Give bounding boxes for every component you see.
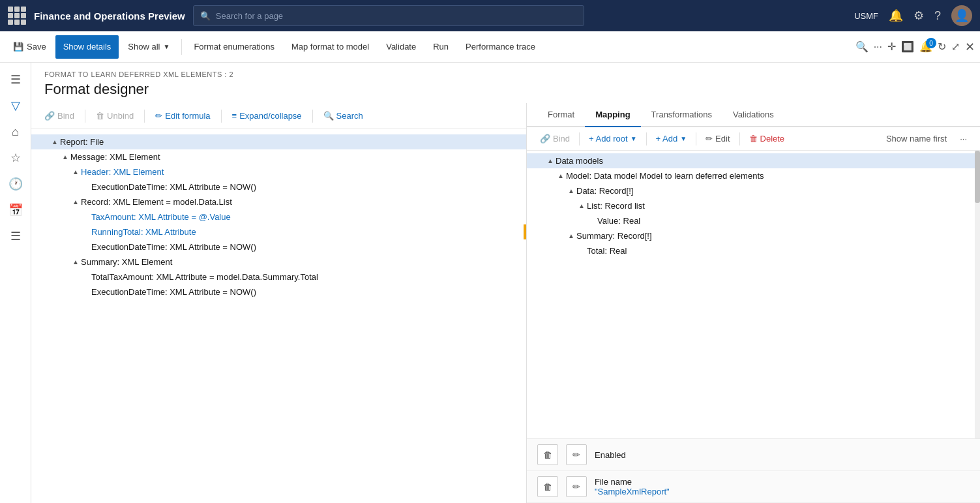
tab-format[interactable]: Format bbox=[537, 103, 585, 127]
mapping-tree-item[interactable]: ▲ List: Record list bbox=[527, 198, 980, 213]
properties-area: 🗑 ✏ Enabled 🗑 ✏ File name "SampleXmlRepo… bbox=[527, 438, 980, 503]
tree-label: RunningTotal: XML Attribute bbox=[91, 227, 526, 237]
mapping-scrollbar[interactable] bbox=[975, 151, 980, 438]
tree-item[interactable]: ▲ Summary: XML Element bbox=[31, 254, 526, 269]
tree-item[interactable]: ▲ Message: XML Element bbox=[31, 149, 526, 164]
global-search-input[interactable] bbox=[216, 11, 577, 21]
edit-mapping-button[interactable]: ✏ Edit bbox=[700, 131, 735, 146]
mapping-tree-item[interactable]: ▲ Summary: Record[!] bbox=[527, 228, 980, 243]
tree-label: Report: File bbox=[60, 137, 526, 147]
add-button[interactable]: + Add ▼ bbox=[651, 131, 692, 146]
sidebar-star-icon[interactable]: ☆ bbox=[4, 146, 27, 170]
tree-label: Summary: XML Element bbox=[81, 257, 526, 267]
tree-toggle[interactable]: ▲ bbox=[545, 157, 556, 164]
prop-edit-btn-1[interactable]: ✏ bbox=[566, 444, 587, 465]
sidebar-filter-icon[interactable]: ▽ bbox=[4, 94, 27, 117]
prop-delete-btn-1[interactable]: 🗑 bbox=[537, 444, 558, 465]
search-button[interactable]: 🔍 Search bbox=[318, 108, 368, 123]
sidebar-list-icon[interactable]: ☰ bbox=[4, 224, 27, 248]
prop-edit-btn-2[interactable]: ✏ bbox=[566, 476, 587, 497]
validate-button[interactable]: Validate bbox=[378, 35, 424, 59]
tree-toggle[interactable]: ▲ bbox=[70, 198, 81, 206]
edit-formula-icon: ✏ bbox=[155, 111, 162, 121]
prop-row-filename: 🗑 ✏ File name "SampleXmlReport" bbox=[527, 471, 980, 503]
settings-icon[interactable]: ⚙ bbox=[913, 8, 924, 23]
edit-formula-button[interactable]: ✏ Edit formula bbox=[150, 108, 215, 123]
tree-item[interactable]: ▲ Record: XML Element = model.Data.List bbox=[31, 194, 526, 209]
toolbar-more-icon[interactable]: ··· bbox=[874, 41, 882, 53]
mapping-bind-icon: 🔗 bbox=[540, 134, 550, 144]
notification-badge-area: 🔔 0 bbox=[919, 40, 932, 53]
format-panel: 🔗 Bind 🗑 Unbind ✏ Edit formula bbox=[31, 103, 527, 503]
sidebar-calendar-icon[interactable]: 📅 bbox=[4, 198, 27, 222]
mapping-more-button[interactable]: ··· bbox=[955, 131, 972, 146]
bind-button[interactable]: 🔗 Bind bbox=[39, 108, 80, 123]
show-name-first-button[interactable]: Show name first bbox=[881, 131, 952, 146]
tab-mapping[interactable]: Mapping bbox=[585, 103, 640, 127]
left-sidebar: ☰ ▽ ⌂ ☆ 🕐 📅 ☰ bbox=[0, 63, 31, 503]
tab-bar: Format Mapping Transformations Validatio… bbox=[527, 103, 980, 127]
tree-toggle[interactable]: ▲ bbox=[70, 258, 81, 266]
show-details-button[interactable]: Show details bbox=[55, 35, 119, 59]
expand-collapse-button[interactable]: ≡ Expand/collapse bbox=[227, 108, 307, 123]
save-button[interactable]: 💾 Save bbox=[5, 35, 54, 59]
add-root-dropdown-icon: ▼ bbox=[631, 135, 637, 142]
toolbar-expand-icon[interactable]: ⤢ bbox=[951, 40, 960, 53]
mapping-tree-item[interactable]: ▲ Data: Record[!] bbox=[527, 183, 980, 198]
mapping-bind-button[interactable]: 🔗 Bind bbox=[535, 131, 575, 146]
toolbar: 💾 Save Show details Show all ▼ Format en… bbox=[0, 31, 980, 63]
tree-item[interactable]: ExecutionDateTime: XML Attribute = NOW() bbox=[31, 179, 526, 194]
mapping-tree-item[interactable]: Value: Real bbox=[527, 213, 980, 228]
tab-transformations[interactable]: Transformations bbox=[641, 103, 722, 127]
tree-item[interactable]: ExecutionDateTime: XML Attribute = NOW() bbox=[31, 284, 526, 299]
toolbar-refresh-icon[interactable]: ↻ bbox=[938, 40, 946, 53]
toolbar-pin-icon[interactable]: ✛ bbox=[887, 40, 896, 53]
tree-toggle[interactable]: ▲ bbox=[556, 172, 566, 179]
tree-toggle[interactable]: ▲ bbox=[566, 232, 576, 239]
tree-label: ExecutionDateTime: XML Attribute = NOW() bbox=[91, 287, 526, 297]
prop-delete-btn-2[interactable]: 🗑 bbox=[537, 476, 558, 497]
sidebar-home-icon[interactable]: ⌂ bbox=[4, 120, 27, 144]
delete-mapping-button[interactable]: 🗑 Delete bbox=[744, 131, 790, 146]
show-all-button[interactable]: Show all ▼ bbox=[120, 35, 177, 59]
tree-toggle[interactable]: ▲ bbox=[566, 187, 576, 194]
tree-item[interactable]: ▲ Report: File bbox=[31, 134, 526, 149]
tab-validations[interactable]: Validations bbox=[722, 103, 784, 127]
sidebar-menu-icon[interactable]: ☰ bbox=[4, 68, 27, 91]
tree-item[interactable]: TaxAmount: XML Attribute = @.Value bbox=[31, 209, 526, 224]
search-format-icon: 🔍 bbox=[323, 111, 334, 121]
sidebar-recent-icon[interactable]: 🕐 bbox=[4, 172, 27, 196]
performance-trace-button[interactable]: Performance trace bbox=[458, 35, 543, 59]
user-avatar[interactable]: 👤 bbox=[951, 5, 972, 26]
tree-item[interactable]: ▲ Header: XML Element bbox=[31, 164, 526, 179]
nav-right: USMF 🔔 ⚙ ? 👤 bbox=[854, 5, 972, 26]
tree-toggle[interactable]: ▲ bbox=[70, 168, 81, 175]
format-tree: ▲ Report: File ▲ Message: XML Element ▲ … bbox=[31, 129, 526, 503]
format-enumerations-button[interactable]: Format enumerations bbox=[186, 35, 282, 59]
unbind-button[interactable]: 🗑 Unbind bbox=[91, 108, 139, 123]
map-format-to-model-button[interactable]: Map format to model bbox=[284, 35, 377, 59]
toolbar-close-icon[interactable]: ✕ bbox=[965, 40, 975, 54]
page-header: FORMAT TO LEARN DEFERRED XML ELEMENTS : … bbox=[31, 63, 980, 103]
run-button[interactable]: Run bbox=[425, 35, 456, 59]
apps-menu-button[interactable] bbox=[8, 7, 26, 25]
mapping-tree-item[interactable]: Total: Real bbox=[527, 243, 980, 258]
scrollbar-thumb[interactable] bbox=[975, 151, 980, 203]
tree-toggle[interactable]: ▲ bbox=[60, 153, 70, 160]
tree-toggle[interactable]: ▲ bbox=[50, 138, 60, 145]
tree-item[interactable]: RunningTotal: XML Attribute bbox=[31, 224, 526, 239]
mapping-tree-item[interactable]: ▲ Model: Data model Model to learn defer… bbox=[527, 168, 980, 183]
tree-label: ExecutionDateTime: XML Attribute = NOW() bbox=[91, 182, 526, 192]
tree-item[interactable]: TotalTaxAmount: XML Attribute = model.Da… bbox=[31, 269, 526, 284]
tree-item[interactable]: ExecutionDateTime: XML Attribute = NOW() bbox=[31, 239, 526, 254]
toolbar-view-icon[interactable]: 🔲 bbox=[901, 40, 914, 53]
global-search-box[interactable]: 🔍 bbox=[193, 5, 584, 26]
format-toolbar: 🔗 Bind 🗑 Unbind ✏ Edit formula bbox=[31, 103, 526, 129]
tree-toggle[interactable]: ▲ bbox=[576, 202, 587, 209]
help-icon[interactable]: ? bbox=[934, 9, 941, 23]
tree-label: Value: Real bbox=[597, 216, 980, 226]
mapping-tree-item[interactable]: ▲ Data models bbox=[527, 153, 980, 168]
add-root-button[interactable]: + Add root ▼ bbox=[584, 131, 642, 146]
toolbar-search-icon[interactable]: 🔍 bbox=[855, 40, 869, 53]
notification-icon[interactable]: 🔔 bbox=[889, 8, 903, 23]
